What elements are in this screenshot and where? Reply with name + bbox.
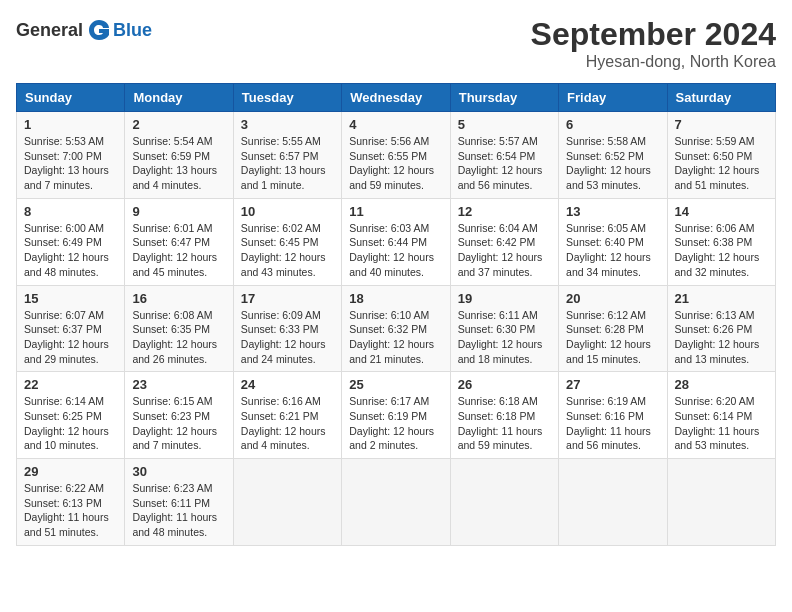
day-number: 12 (458, 204, 551, 219)
day-info: Sunrise: 6:03 AM Sunset: 6:44 PM Dayligh… (349, 221, 442, 280)
day-info: Sunrise: 6:17 AM Sunset: 6:19 PM Dayligh… (349, 394, 442, 453)
calendar-cell: 15Sunrise: 6:07 AM Sunset: 6:37 PM Dayli… (17, 285, 125, 372)
day-info: Sunrise: 6:00 AM Sunset: 6:49 PM Dayligh… (24, 221, 117, 280)
day-number: 26 (458, 377, 551, 392)
calendar-cell: 7Sunrise: 5:59 AM Sunset: 6:50 PM Daylig… (667, 112, 775, 199)
logo: General Blue (16, 16, 152, 44)
day-info: Sunrise: 6:01 AM Sunset: 6:47 PM Dayligh… (132, 221, 225, 280)
day-number: 2 (132, 117, 225, 132)
day-number: 7 (675, 117, 768, 132)
page-header: General Blue September 2024 Hyesan-dong,… (16, 16, 776, 71)
day-number: 27 (566, 377, 659, 392)
day-number: 10 (241, 204, 334, 219)
day-info: Sunrise: 6:14 AM Sunset: 6:25 PM Dayligh… (24, 394, 117, 453)
day-number: 20 (566, 291, 659, 306)
calendar-cell: 9Sunrise: 6:01 AM Sunset: 6:47 PM Daylig… (125, 198, 233, 285)
day-number: 30 (132, 464, 225, 479)
weekday-header-sunday: Sunday (17, 84, 125, 112)
calendar-week-row: 15Sunrise: 6:07 AM Sunset: 6:37 PM Dayli… (17, 285, 776, 372)
calendar-cell: 12Sunrise: 6:04 AM Sunset: 6:42 PM Dayli… (450, 198, 558, 285)
calendar-cell (667, 459, 775, 546)
weekday-header-tuesday: Tuesday (233, 84, 341, 112)
calendar-cell: 18Sunrise: 6:10 AM Sunset: 6:32 PM Dayli… (342, 285, 450, 372)
day-number: 23 (132, 377, 225, 392)
calendar-cell (450, 459, 558, 546)
calendar-cell: 1Sunrise: 5:53 AM Sunset: 7:00 PM Daylig… (17, 112, 125, 199)
day-number: 11 (349, 204, 442, 219)
day-info: Sunrise: 6:07 AM Sunset: 6:37 PM Dayligh… (24, 308, 117, 367)
calendar-cell (233, 459, 341, 546)
calendar-cell (559, 459, 667, 546)
day-number: 22 (24, 377, 117, 392)
day-info: Sunrise: 6:12 AM Sunset: 6:28 PM Dayligh… (566, 308, 659, 367)
day-info: Sunrise: 6:23 AM Sunset: 6:11 PM Dayligh… (132, 481, 225, 540)
logo-icon (85, 16, 113, 44)
weekday-header-saturday: Saturday (667, 84, 775, 112)
day-number: 16 (132, 291, 225, 306)
calendar-week-row: 22Sunrise: 6:14 AM Sunset: 6:25 PM Dayli… (17, 372, 776, 459)
calendar-cell: 6Sunrise: 5:58 AM Sunset: 6:52 PM Daylig… (559, 112, 667, 199)
calendar-cell: 22Sunrise: 6:14 AM Sunset: 6:25 PM Dayli… (17, 372, 125, 459)
logo-text-general: General (16, 20, 83, 41)
day-info: Sunrise: 6:22 AM Sunset: 6:13 PM Dayligh… (24, 481, 117, 540)
day-info: Sunrise: 5:53 AM Sunset: 7:00 PM Dayligh… (24, 134, 117, 193)
calendar-cell: 17Sunrise: 6:09 AM Sunset: 6:33 PM Dayli… (233, 285, 341, 372)
calendar-header-row: SundayMondayTuesdayWednesdayThursdayFrid… (17, 84, 776, 112)
day-info: Sunrise: 6:08 AM Sunset: 6:35 PM Dayligh… (132, 308, 225, 367)
calendar-cell: 16Sunrise: 6:08 AM Sunset: 6:35 PM Dayli… (125, 285, 233, 372)
weekday-header-wednesday: Wednesday (342, 84, 450, 112)
day-info: Sunrise: 5:55 AM Sunset: 6:57 PM Dayligh… (241, 134, 334, 193)
calendar-cell: 21Sunrise: 6:13 AM Sunset: 6:26 PM Dayli… (667, 285, 775, 372)
day-number: 14 (675, 204, 768, 219)
day-info: Sunrise: 6:11 AM Sunset: 6:30 PM Dayligh… (458, 308, 551, 367)
title-block: September 2024 Hyesan-dong, North Korea (531, 16, 776, 71)
calendar-week-row: 1Sunrise: 5:53 AM Sunset: 7:00 PM Daylig… (17, 112, 776, 199)
day-number: 1 (24, 117, 117, 132)
day-info: Sunrise: 5:59 AM Sunset: 6:50 PM Dayligh… (675, 134, 768, 193)
calendar-week-row: 29Sunrise: 6:22 AM Sunset: 6:13 PM Dayli… (17, 459, 776, 546)
calendar-cell (342, 459, 450, 546)
day-info: Sunrise: 6:06 AM Sunset: 6:38 PM Dayligh… (675, 221, 768, 280)
calendar-cell: 10Sunrise: 6:02 AM Sunset: 6:45 PM Dayli… (233, 198, 341, 285)
calendar-cell: 13Sunrise: 6:05 AM Sunset: 6:40 PM Dayli… (559, 198, 667, 285)
day-number: 6 (566, 117, 659, 132)
day-info: Sunrise: 5:54 AM Sunset: 6:59 PM Dayligh… (132, 134, 225, 193)
day-info: Sunrise: 6:09 AM Sunset: 6:33 PM Dayligh… (241, 308, 334, 367)
calendar-cell: 2Sunrise: 5:54 AM Sunset: 6:59 PM Daylig… (125, 112, 233, 199)
calendar-cell: 23Sunrise: 6:15 AM Sunset: 6:23 PM Dayli… (125, 372, 233, 459)
day-info: Sunrise: 6:15 AM Sunset: 6:23 PM Dayligh… (132, 394, 225, 453)
day-number: 29 (24, 464, 117, 479)
calendar-cell: 26Sunrise: 6:18 AM Sunset: 6:18 PM Dayli… (450, 372, 558, 459)
day-info: Sunrise: 6:10 AM Sunset: 6:32 PM Dayligh… (349, 308, 442, 367)
calendar-cell: 3Sunrise: 5:55 AM Sunset: 6:57 PM Daylig… (233, 112, 341, 199)
day-number: 5 (458, 117, 551, 132)
logo-text-blue: Blue (113, 20, 152, 41)
day-number: 4 (349, 117, 442, 132)
day-number: 24 (241, 377, 334, 392)
day-number: 15 (24, 291, 117, 306)
day-number: 21 (675, 291, 768, 306)
calendar-table: SundayMondayTuesdayWednesdayThursdayFrid… (16, 83, 776, 546)
calendar-cell: 27Sunrise: 6:19 AM Sunset: 6:16 PM Dayli… (559, 372, 667, 459)
calendar-cell: 4Sunrise: 5:56 AM Sunset: 6:55 PM Daylig… (342, 112, 450, 199)
day-number: 19 (458, 291, 551, 306)
day-info: Sunrise: 5:58 AM Sunset: 6:52 PM Dayligh… (566, 134, 659, 193)
calendar-cell: 24Sunrise: 6:16 AM Sunset: 6:21 PM Dayli… (233, 372, 341, 459)
calendar-cell: 11Sunrise: 6:03 AM Sunset: 6:44 PM Dayli… (342, 198, 450, 285)
day-number: 25 (349, 377, 442, 392)
calendar-cell: 8Sunrise: 6:00 AM Sunset: 6:49 PM Daylig… (17, 198, 125, 285)
day-number: 17 (241, 291, 334, 306)
calendar-cell: 28Sunrise: 6:20 AM Sunset: 6:14 PM Dayli… (667, 372, 775, 459)
day-info: Sunrise: 5:57 AM Sunset: 6:54 PM Dayligh… (458, 134, 551, 193)
day-info: Sunrise: 6:02 AM Sunset: 6:45 PM Dayligh… (241, 221, 334, 280)
day-number: 18 (349, 291, 442, 306)
calendar-cell: 5Sunrise: 5:57 AM Sunset: 6:54 PM Daylig… (450, 112, 558, 199)
calendar-week-row: 8Sunrise: 6:00 AM Sunset: 6:49 PM Daylig… (17, 198, 776, 285)
day-number: 9 (132, 204, 225, 219)
weekday-header-thursday: Thursday (450, 84, 558, 112)
day-info: Sunrise: 6:18 AM Sunset: 6:18 PM Dayligh… (458, 394, 551, 453)
day-number: 3 (241, 117, 334, 132)
day-info: Sunrise: 6:19 AM Sunset: 6:16 PM Dayligh… (566, 394, 659, 453)
location-title: Hyesan-dong, North Korea (531, 53, 776, 71)
weekday-header-friday: Friday (559, 84, 667, 112)
